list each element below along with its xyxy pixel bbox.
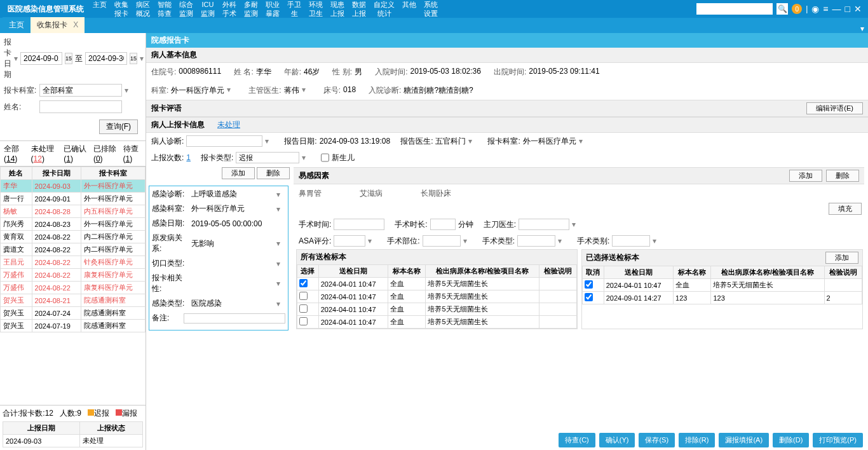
search-input[interactable] <box>696 3 773 15</box>
table-row[interactable]: 2024-04-01 10:47全血培养5天无细菌生长 <box>297 290 577 303</box>
chevron-down-icon[interactable]: ▾ <box>265 137 274 146</box>
table-row[interactable]: 邝兴秀2024-08-23外一科医疗单元 <box>1 218 146 231</box>
chevron-down-icon[interactable]: ▾ <box>276 239 285 248</box>
table-row[interactable]: 万盛伟2024-08-22康复科医疗单元 <box>1 282 146 294</box>
del-infection-button[interactable]: 删除 <box>257 167 290 179</box>
minimize-icon[interactable]: — <box>832 4 841 14</box>
menu-item[interactable]: 多耐监测 <box>240 0 262 18</box>
table-row[interactable]: 2024-04-01 10:47全血培养5天无细菌生长 <box>297 278 577 290</box>
chevron-down-icon[interactable]: ▾ <box>653 236 661 245</box>
menu-item[interactable]: 收集报卡 <box>111 0 132 18</box>
chevron-down-icon[interactable]: ▾ <box>302 153 311 162</box>
table-row[interactable]: 黄育双2024-08-22内二科医疗单元 <box>1 231 146 243</box>
dept-drop-icon[interactable]: ▾ <box>227 85 236 96</box>
chevron-down-icon[interactable]: ▾ <box>558 236 567 245</box>
table-row[interactable]: 王昌元2024-08-22针灸科医疗单元 <box>1 256 146 269</box>
card-type-select[interactable] <box>236 152 299 163</box>
status-tab[interactable]: 已排除(0) <box>93 144 118 163</box>
menu-item[interactable]: 数据上报 <box>348 0 370 18</box>
diag-input[interactable] <box>186 135 262 147</box>
menu-item[interactable]: 系统设置 <box>420 0 442 18</box>
help-icon[interactable]: ◉ <box>811 4 819 14</box>
date-type-dropdown[interactable]: ▾ <box>14 54 18 63</box>
dept-dropdown-icon[interactable]: ▾ <box>125 86 133 95</box>
menu-item[interactable]: 职业暴露 <box>262 0 283 18</box>
row-checkbox[interactable] <box>585 280 593 289</box>
date-from-input[interactable] <box>20 52 62 65</box>
maximize-icon[interactable]: □ <box>845 4 850 14</box>
date-range-dropdown[interactable]: ▾ <box>140 54 144 63</box>
infect-note-input[interactable] <box>184 313 285 324</box>
edit-eval-button[interactable]: 编辑评语(E) <box>806 102 863 114</box>
query-button[interactable]: 查询(F) <box>99 119 138 134</box>
status-tab[interactable]: 未处理(12) <box>31 144 59 163</box>
date-to-input[interactable] <box>85 52 127 65</box>
search-icon[interactable]: 🔍 <box>776 3 788 15</box>
chevron-down-icon[interactable]: ▾ <box>276 205 285 214</box>
add-risk-button[interactable]: 添加 <box>789 170 822 182</box>
surgery-dur-input[interactable] <box>430 219 456 230</box>
table-row[interactable]: 杨敏2024-08-28内五科医疗单元 <box>1 205 146 218</box>
menu-item[interactable]: 手卫生 <box>283 0 305 18</box>
stype-input[interactable] <box>517 235 555 247</box>
calendar-icon[interactable]: 15 <box>130 53 137 64</box>
chevron-down-icon[interactable]: ▾ <box>572 220 581 229</box>
row-checkbox[interactable] <box>299 292 308 300</box>
menu-item[interactable]: 环境卫生 <box>305 0 327 18</box>
calendar-icon[interactable]: 15 <box>65 53 72 64</box>
action-button[interactable]: 删除(D) <box>773 433 809 447</box>
action-button[interactable]: 排除(R) <box>679 433 715 447</box>
chevron-down-icon[interactable]: ▾ <box>276 190 285 199</box>
row-checkbox[interactable] <box>299 304 308 313</box>
menu-item[interactable]: 外科手术 <box>219 0 240 18</box>
row-checkbox[interactable] <box>299 279 308 287</box>
doctor-drop-icon[interactable]: ▾ <box>302 85 311 96</box>
table-row[interactable]: 万盛伟2024-08-22康复科医疗单元 <box>1 269 146 282</box>
chevron-down-icon[interactable]: ▾ <box>468 137 477 146</box>
chevron-down-icon[interactable]: ▾ <box>368 236 377 245</box>
surgeon-input[interactable] <box>519 219 569 230</box>
chevron-down-icon[interactable]: ▾ <box>276 279 285 288</box>
row-checkbox[interactable] <box>585 293 593 301</box>
table-row[interactable]: 唐一行2024-09-01外一科医疗单元 <box>1 193 146 205</box>
table-row[interactable]: 贺兴玉2024-07-24院感通测科室 <box>1 307 146 320</box>
action-button[interactable]: 打印预览(P) <box>813 433 863 447</box>
sclass-input[interactable] <box>612 235 650 247</box>
close-icon[interactable]: ✕ <box>854 4 862 14</box>
chevron-down-icon[interactable]: ▾ <box>276 259 285 268</box>
fill-button[interactable]: 填充 <box>829 203 862 215</box>
status-tab[interactable]: 已确认(1) <box>64 144 88 163</box>
table-row[interactable]: 李华2024-09-03外一科医疗单元 <box>1 180 146 193</box>
part-input[interactable] <box>423 235 461 247</box>
action-button[interactable]: 漏报填报(A) <box>719 433 769 447</box>
asa-input[interactable] <box>334 235 365 247</box>
menu-item[interactable]: 病区概况 <box>132 0 154 18</box>
upload-times[interactable]: 1 <box>186 153 191 162</box>
tab-main[interactable]: 主页 <box>3 17 31 33</box>
chevron-down-icon[interactable]: ▾ <box>579 137 588 146</box>
chevron-down-icon[interactable]: ▾ <box>276 299 285 308</box>
menu-item[interactable]: 自定义统计 <box>370 0 398 18</box>
action-button[interactable]: 确认(Y) <box>599 433 635 447</box>
surgery-time-input[interactable] <box>334 219 384 230</box>
table-row[interactable]: 贺兴玉2024-08-21院感通测科室 <box>1 294 146 307</box>
menu-item[interactable]: 综合监测 <box>175 0 197 18</box>
del-risk-button[interactable]: 删除 <box>826 170 859 182</box>
newborn-checkbox[interactable] <box>321 152 329 163</box>
table-row[interactable]: 2024-04-01 10:47全血培养5天无细菌生长 <box>297 303 577 316</box>
menu-item[interactable]: 其他 <box>398 0 420 18</box>
table-row[interactable]: 2024-09-03 未处理 <box>3 435 143 447</box>
chevron-down-icon[interactable]: ▾ <box>463 236 472 245</box>
status-tab[interactable]: 待查(1) <box>123 144 142 163</box>
table-row[interactable]: 2024-04-01 10:47全血培养5天无细菌生长 <box>583 279 862 292</box>
upload-status[interactable]: 未处理 <box>217 119 240 130</box>
table-row[interactable]: 2024-09-01 14:271231232 <box>583 292 862 304</box>
name-input[interactable] <box>39 100 122 113</box>
menu-icon[interactable]: ≡ <box>823 4 828 14</box>
menu-item[interactable]: 智能筛查 <box>154 0 175 18</box>
menu-item[interactable]: 现患上报 <box>327 0 348 18</box>
menu-item[interactable]: ICU监测 <box>197 0 219 18</box>
dept-select[interactable] <box>39 84 122 97</box>
add-infection-button[interactable]: 添加 <box>222 167 255 179</box>
tab-close-icon[interactable]: X <box>73 20 78 29</box>
